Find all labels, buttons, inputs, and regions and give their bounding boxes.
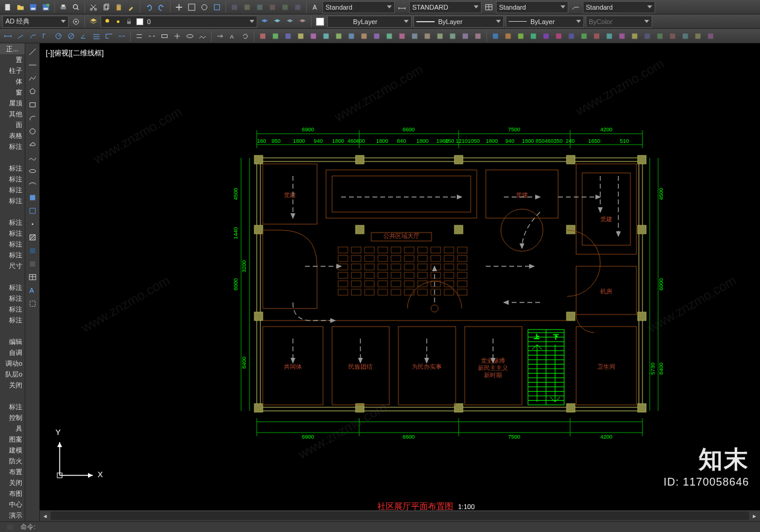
left-panel-item[interactable] [0,152,25,163]
dim-radius-icon[interactable] [53,31,64,42]
left-panel-item[interactable]: 具 [0,423,25,434]
modify-icon[interactable] [460,31,471,42]
workspace-dropdown[interactable]: AD 经典 [2,16,69,28]
modify-icon[interactable] [629,31,640,42]
left-panel-item[interactable] [0,325,25,336]
mleaderstyle-icon[interactable] [570,2,581,13]
scroll-left-icon[interactable]: ◂ [40,510,51,521]
dim-diameter-icon[interactable] [66,31,77,42]
left-panel-item[interactable]: 窗 [0,87,25,98]
left-panel-item[interactable]: 图案 [0,434,25,445]
hscrollbar[interactable]: ◂ ▸ [40,510,760,521]
left-panel-item[interactable]: 屋顶 [0,98,25,108]
ellipse-arc-icon[interactable] [27,178,39,190]
left-panel-item[interactable]: 标注 [0,315,25,325]
modify-icon[interactable] [705,31,716,42]
addselect-icon[interactable] [27,298,39,310]
left-panel-item[interactable]: 面 [0,119,25,130]
dim-break-icon[interactable] [146,31,157,42]
left-panel-item[interactable]: 标注 [0,401,25,412]
modify-icon[interactable] [617,31,627,42]
model-space[interactable]: [-][俯视][二维线框] www.znzmo.com www.znzmo.co… [40,43,760,521]
preview-icon[interactable] [71,2,81,13]
modify-icon[interactable] [692,31,703,42]
modify-icon[interactable] [604,31,615,42]
insert-icon[interactable] [27,192,39,204]
modify-icon[interactable] [566,31,577,42]
dim-aligned-icon[interactable] [15,31,26,42]
left-panel-item[interactable]: 标注 [0,249,25,260]
lineweight-dropdown[interactable]: ByLayer [413,16,504,28]
centermark-icon[interactable] [172,31,183,42]
dim-continue-icon[interactable] [116,31,127,42]
left-panel-item[interactable] [0,271,25,282]
point-icon[interactable] [27,218,39,230]
modify-icon[interactable] [359,31,369,42]
redo-icon[interactable] [156,2,167,13]
pan-icon[interactable] [174,2,184,13]
xline-icon[interactable] [27,59,39,71]
layer-dropdown[interactable]: 0 [101,16,257,28]
layer-freeze-icon[interactable] [284,16,295,27]
left-panel-item[interactable]: 尺寸 [0,260,25,271]
dim-quick-icon[interactable] [91,31,102,42]
left-panel-item[interactable]: 标注 [0,217,25,228]
region-icon[interactable] [27,258,39,270]
viewport-label[interactable]: [-][俯视][二维线框] [46,48,104,58]
dim-angular-icon[interactable] [78,31,89,42]
dimstyle-dropdown[interactable]: STANDARD [409,1,482,13]
designcenter-icon[interactable] [242,2,253,13]
dim-baseline-icon[interactable] [104,31,115,42]
modify-icon[interactable] [490,31,501,42]
zoom-realtime-icon[interactable] [199,2,210,13]
left-panel-item[interactable]: 标注 [0,228,25,239]
plotstyle-dropdown[interactable]: ByColor [586,16,652,28]
left-panel-item[interactable] [0,390,25,401]
left-panel-item[interactable]: 体 [0,76,25,87]
modify-icon[interactable] [308,31,319,42]
paste-icon[interactable] [113,2,124,13]
spline-icon[interactable] [27,152,39,164]
left-panel-item[interactable]: 置 [0,54,25,65]
revcloud-icon[interactable] [27,139,39,151]
left-panel-item[interactable]: 中心 [0,499,25,510]
left-panel-item[interactable]: 其他 [0,108,25,119]
layer-prev-icon[interactable] [259,16,270,27]
left-panel-item[interactable]: 防火 [0,455,25,466]
sheetset-icon[interactable] [267,2,278,13]
color-control-icon[interactable] [315,16,325,27]
left-panel-item[interactable]: 关闭 [0,380,25,390]
modify-icon[interactable] [283,31,294,42]
jogged-icon[interactable] [197,31,208,42]
left-panel-item[interactable]: 标注 [0,304,25,315]
circle-icon[interactable] [27,125,39,137]
modify-icon[interactable] [409,31,420,42]
mtext-icon[interactable]: A [27,284,39,296]
modify-icon[interactable] [642,31,653,42]
print-icon[interactable] [58,2,69,13]
cut-icon[interactable] [88,2,99,13]
scroll-right-icon[interactable]: ▸ [749,510,760,521]
modify-icon[interactable] [655,31,665,42]
left-panel-item[interactable] [0,206,25,217]
left-panel-item[interactable]: 调动o [0,358,25,369]
modify-icon[interactable] [553,31,564,42]
layer-manager-icon[interactable] [88,16,99,27]
linetype-dropdown[interactable]: ByLayer [327,16,412,28]
left-panel-item[interactable]: 标注 [0,141,25,152]
modify-icon[interactable] [346,31,357,42]
left-panel-item[interactable]: 关闭 [0,477,25,488]
hatch-icon[interactable] [27,231,39,243]
properties-icon[interactable] [229,2,240,13]
modify-icon[interactable] [473,31,483,42]
modify-icon[interactable] [333,31,344,42]
left-panel-item[interactable]: 队层o [0,369,25,380]
dim-arc-icon[interactable] [28,31,39,42]
modify-icon[interactable] [435,31,445,42]
tolerance-icon[interactable] [159,31,170,42]
modify-icon[interactable] [295,31,306,42]
saveas-icon[interactable] [40,2,51,13]
tablestyle-dropdown[interactable]: Standard [496,1,568,13]
left-panel-item[interactable]: 布置 [0,466,25,477]
left-panel-item[interactable]: 标注 [0,163,25,174]
